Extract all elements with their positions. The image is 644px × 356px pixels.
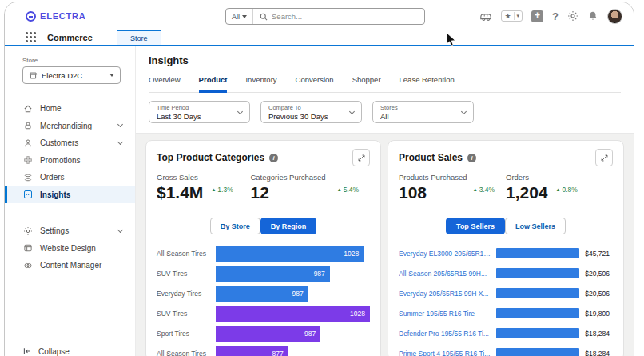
tab-inventory[interactable]: Inventory: [245, 75, 276, 93]
tab-product[interactable]: Product: [199, 75, 228, 93]
product-link[interactable]: Prime Sport 4 195/55 R16 Ti...: [399, 350, 496, 356]
help-icon[interactable]: ?: [552, 10, 559, 22]
bar-value: $18,284: [585, 350, 610, 356]
tab-store[interactable]: Store: [117, 30, 161, 45]
product-link[interactable]: Summer 195/55 R16 Tire: [399, 310, 496, 318]
lock-icon: [22, 121, 33, 130]
bar: [496, 328, 579, 338]
notifications-bell-icon[interactable]: [587, 10, 598, 22]
chart-row: All-Season Tires1028: [157, 243, 370, 263]
product-link[interactable]: All-Season 205/65R15 99H...: [399, 270, 496, 278]
metric-value: 1,204: [506, 184, 548, 201]
main-content: Insights Overview Product Inventory Conv…: [136, 46, 634, 356]
bar-label: All-Season Tires: [157, 250, 216, 258]
sidebar-item-content-manager[interactable]: Content Manager: [5, 257, 135, 274]
bar: [496, 348, 579, 356]
product-link[interactable]: Everyday 205/65R15 99H X...: [399, 290, 496, 298]
toggle-by-region[interactable]: By Region: [260, 218, 317, 234]
bar-value: $45,721: [585, 250, 610, 258]
tab-lease-retention[interactable]: Lease Retention: [400, 75, 455, 93]
toggle-low-sellers[interactable]: Low Sellers: [505, 218, 566, 234]
favorites-button[interactable]: ★ ▾: [501, 10, 523, 22]
card-product-sales: Product Sales i Products Purchased 108 ▲…: [388, 140, 624, 356]
product-sales-chart: Everyday EL3000 205/65R15...$45,721 All-…: [399, 243, 613, 356]
chart-row: Sport Tires987: [157, 323, 370, 343]
insights-tabs: Overview Product Inventory Conversion Sh…: [149, 75, 621, 93]
info-icon[interactable]: i: [269, 154, 278, 162]
info-icon[interactable]: i: [467, 154, 476, 162]
bar: [496, 248, 579, 258]
sidebar-item-settings[interactable]: Settings: [5, 222, 135, 240]
sidebar-item-label: Content Manager: [40, 261, 101, 270]
gear-icon: [22, 226, 33, 236]
tab-shopper[interactable]: Shopper: [352, 75, 381, 93]
expand-button[interactable]: [352, 149, 370, 166]
target-icon: [22, 155, 33, 165]
sidebar-item-customers[interactable]: Customers: [5, 134, 135, 152]
bar: [496, 288, 579, 298]
bar-label: All-Season Tires: [157, 350, 216, 356]
bar: 987: [216, 266, 330, 282]
chart-row: Summer 195/55 R16 Tire$19,800: [399, 303, 613, 323]
bar-value: 1028: [344, 250, 364, 258]
avatar[interactable]: [607, 9, 622, 24]
chevron-down-icon: [237, 108, 243, 114]
filters-row: Time PeriodLast 30 Days Compare ToPrevio…: [149, 93, 621, 133]
sidebar-item-orders[interactable]: Orders: [5, 169, 135, 186]
sidebar-item-label: Website Design: [40, 244, 96, 253]
bar: 877: [216, 346, 288, 356]
store-selector[interactable]: Electra D2C: [22, 66, 121, 84]
product-link[interactable]: Defender Pro 195/55 R16 Ti...: [399, 330, 496, 338]
setup-gear-icon[interactable]: [567, 10, 578, 22]
chart-icon: [22, 190, 33, 199]
divider: [157, 210, 370, 210]
sidebar-item-insights[interactable]: Insights: [5, 186, 135, 204]
expand-button[interactable]: [595, 149, 613, 166]
filter-label: Stores: [380, 104, 398, 111]
sidebar-item-website-design[interactable]: Website Design: [5, 240, 135, 258]
bar: 987: [216, 326, 320, 342]
sellers-toggle: Top Sellers Low Sellers: [399, 218, 613, 234]
metric-gross-sales: Gross Sales $1.4M ▲1.3%: [157, 173, 250, 201]
bar-value: $20,506: [585, 270, 610, 278]
electra-logo-text: ELECTRA: [40, 11, 86, 21]
search-scope-selector[interactable]: All: [226, 9, 253, 24]
sidebar-item-label: Orders: [40, 173, 65, 182]
tab-conversion[interactable]: Conversion: [296, 75, 334, 93]
expand-icon: [600, 154, 609, 162]
sidebar-item-label: Customers: [40, 138, 78, 147]
sidebar-item-label: Home: [40, 104, 62, 113]
sidebar-item-promotions[interactable]: Promotions: [5, 152, 135, 170]
global-actions-icon[interactable]: +: [531, 10, 543, 22]
home-icon: [22, 104, 33, 114]
trend-up-icon: ▲: [211, 187, 216, 192]
sidebar-item-merchandising[interactable]: Merchandising: [5, 118, 135, 135]
global-header: ELECTRA All ★ ▾ + ?: [5, 2, 634, 30]
toggle-by-store[interactable]: By Store: [210, 218, 260, 234]
filter-time-period[interactable]: Time PeriodLast 30 Days: [149, 101, 250, 123]
search-input[interactable]: [272, 12, 424, 21]
guidance-icon[interactable]: [479, 11, 492, 22]
tab-overview[interactable]: Overview: [149, 75, 181, 93]
toggle-top-sellers[interactable]: Top Sellers: [446, 218, 505, 234]
app-launcher-icon[interactable]: [26, 32, 36, 42]
card-top-product-categories: Top Product Categories i Gross Sales $1.…: [145, 140, 381, 356]
sidebar-item-home[interactable]: Home: [5, 100, 135, 118]
chart-row: Everyday Tires987: [157, 283, 370, 303]
app-window: ELECTRA All ★ ▾ + ? Commerce: [4, 2, 634, 356]
sidebar-collapse-button[interactable]: Collapse: [22, 346, 70, 356]
filter-stores[interactable]: StoresAll: [372, 101, 474, 123]
bar: 1028: [216, 246, 364, 262]
person-icon: [22, 138, 33, 148]
metric-value: 12: [250, 184, 268, 201]
product-link[interactable]: Everyday EL3000 205/65R15...: [399, 250, 496, 258]
metric-label: Gross Sales: [157, 173, 250, 182]
global-search[interactable]: All: [225, 8, 425, 25]
app-navigation-bar: Commerce Store: [5, 30, 634, 46]
layout-icon: [22, 243, 33, 253]
sidebar: Store Electra D2C Home Merchandising: [5, 46, 136, 356]
bar: 1028: [216, 306, 370, 322]
search-scope-caret-icon: [242, 15, 247, 18]
filter-compare-to[interactable]: Compare ToPrevious 30 Days: [260, 101, 362, 123]
favorites-caret-icon: ▾: [517, 13, 520, 19]
